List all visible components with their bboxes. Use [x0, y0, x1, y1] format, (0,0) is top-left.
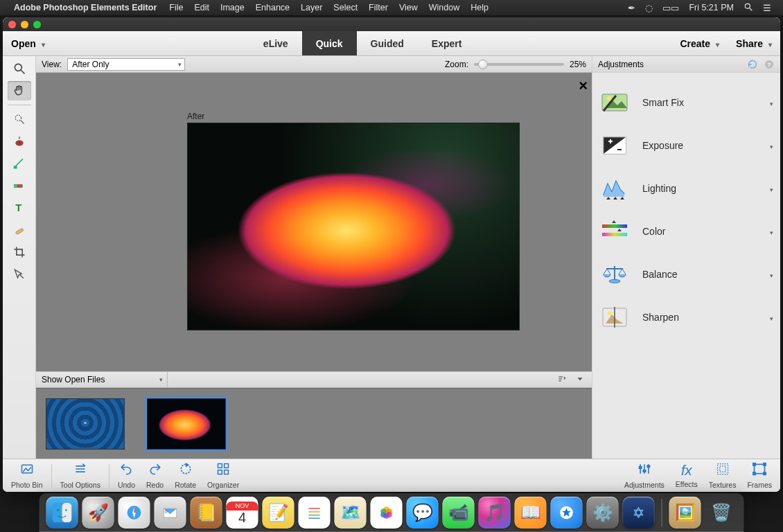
dock-photos[interactable]: [371, 497, 403, 529]
whiten-teeth-tool[interactable]: [8, 154, 31, 173]
dock-finder[interactable]: [46, 497, 78, 529]
svg-marker-37: [612, 220, 616, 223]
bin-sort-icon[interactable]: [557, 374, 567, 386]
tab-elive[interactable]: eLive: [249, 31, 302, 55]
sharpen-icon: [599, 305, 630, 330]
menu-select[interactable]: Select: [333, 3, 358, 12]
selection-brush-tool[interactable]: [8, 176, 31, 195]
dock-itunes[interactable]: 🎵: [479, 497, 511, 529]
zoom-tool[interactable]: [8, 59, 31, 78]
dock-separator: [662, 499, 662, 526]
dock-mail[interactable]: @: [155, 497, 186, 529]
dock-calendar[interactable]: NOV 4: [227, 497, 258, 529]
spot-healing-tool[interactable]: [8, 220, 31, 240]
canvas-image[interactable]: [187, 123, 520, 330]
window-minimize-button[interactable]: [21, 21, 28, 28]
dock-safari[interactable]: [118, 497, 150, 529]
dock-notes[interactable]: 📝: [263, 497, 294, 529]
clock[interactable]: Fri 5:21 PM: [689, 3, 734, 12]
adjustment-label: Color: [642, 226, 757, 237]
move-tool[interactable]: [8, 265, 31, 284]
bin-options-icon[interactable]: [575, 374, 585, 386]
adjustment-exposure[interactable]: Exposure: [592, 124, 780, 167]
svg-marker-19: [578, 378, 583, 380]
dock-messages[interactable]: 💬: [407, 497, 439, 529]
undo-button[interactable]: Undo: [112, 461, 141, 491]
effects-button[interactable]: fxEffects: [670, 461, 703, 491]
notification-center-icon[interactable]: ☰: [763, 3, 771, 13]
adjustment-color[interactable]: Color: [592, 210, 780, 253]
dock-photoshop-elements[interactable]: [623, 497, 655, 529]
bottom-toolbar: Photo Bin Tool Options Undo Redo Rotate …: [3, 459, 780, 492]
dock-trash[interactable]: 🗑️: [705, 497, 737, 529]
photo-bin-thumbnail[interactable]: [46, 398, 125, 450]
menu-enhance[interactable]: Enhance: [256, 3, 290, 12]
adjustment-lighting[interactable]: Lighting: [592, 167, 780, 210]
share-button[interactable]: Share: [728, 38, 780, 49]
adjustment-balance[interactable]: Balance: [592, 253, 780, 296]
displays-status-icon[interactable]: ▭▭: [662, 3, 679, 13]
hand-tool[interactable]: [8, 81, 31, 100]
close-document-button[interactable]: ×: [579, 77, 588, 95]
tab-guided[interactable]: Guided: [357, 31, 418, 55]
balance-icon: [599, 262, 630, 287]
svg-point-93: [380, 508, 386, 514]
photo-bin-thumbnail-selected[interactable]: [147, 398, 226, 450]
svg-point-0: [745, 3, 750, 8]
dock-ibooks[interactable]: 📖: [515, 497, 547, 529]
photo-bin-button[interactable]: Photo Bin: [6, 461, 49, 491]
zoom-slider[interactable]: [474, 63, 564, 66]
tab-expert[interactable]: Expert: [418, 31, 476, 55]
dock-reminders[interactable]: [299, 497, 331, 529]
photo-bin-filter-dropdown[interactable]: Show Open Files: [36, 372, 168, 387]
dock-facetime[interactable]: 📹: [443, 497, 475, 529]
dock-launchpad[interactable]: 🚀: [82, 497, 114, 529]
menu-file[interactable]: File: [169, 3, 183, 12]
menu-image[interactable]: Image: [220, 3, 245, 12]
dock-downloads[interactable]: 🖼️: [669, 497, 701, 529]
adjustment-smart-fix[interactable]: Smart Fix: [592, 81, 780, 124]
menu-filter[interactable]: Filter: [369, 3, 388, 12]
adjustment-sharpen[interactable]: Sharpen: [592, 296, 780, 339]
window-titlebar[interactable]: [3, 17, 780, 31]
app-name[interactable]: Adobe Photoshop Elements Editor: [14, 3, 157, 12]
svg-marker-40: [617, 229, 622, 231]
tool-options-button[interactable]: Tool Options: [55, 461, 106, 491]
spotlight-icon[interactable]: [744, 2, 753, 14]
organizer-button[interactable]: Organizer: [202, 461, 245, 491]
menu-window[interactable]: Window: [429, 3, 459, 12]
textures-button[interactable]: Textures: [703, 461, 742, 491]
dock-maps[interactable]: 🗺️: [335, 497, 367, 529]
type-tool[interactable]: T: [8, 198, 31, 218]
frames-button[interactable]: Frames: [741, 461, 777, 491]
chevron-down-icon: [768, 38, 772, 49]
create-button[interactable]: Create: [671, 38, 728, 49]
dock-appstore[interactable]: [551, 497, 583, 529]
window-zoom-button[interactable]: [33, 21, 41, 28]
zoom-slider-thumb[interactable]: [478, 60, 488, 69]
svg-rect-60: [225, 470, 229, 475]
menu-help[interactable]: Help: [470, 3, 489, 12]
menu-edit[interactable]: Edit: [194, 3, 209, 12]
window-close-button[interactable]: [8, 21, 16, 28]
redo-button[interactable]: Redo: [141, 461, 169, 491]
bb-label: Organizer: [207, 481, 239, 489]
view-mode-dropdown[interactable]: After Only: [67, 58, 185, 71]
menu-layer[interactable]: Layer: [301, 3, 322, 12]
red-eye-tool[interactable]: [8, 132, 31, 151]
photo-bin: [36, 388, 592, 459]
adjustments-tab-button[interactable]: Adjustments: [619, 461, 670, 491]
dock-system-preferences[interactable]: ⚙️: [587, 497, 619, 529]
lighting-icon: [599, 176, 630, 201]
help-icon[interactable]: ?: [764, 59, 775, 70]
dock-contacts[interactable]: 📒: [191, 497, 222, 529]
reset-adjustments-icon[interactable]: [747, 59, 758, 70]
tab-quick[interactable]: Quick: [302, 31, 357, 55]
crop-tool[interactable]: [8, 242, 31, 262]
pen-tablet-status-icon[interactable]: ✒︎: [628, 3, 635, 13]
quick-selection-tool[interactable]: [8, 109, 31, 129]
open-button[interactable]: Open: [3, 31, 53, 55]
menu-view[interactable]: View: [399, 3, 418, 12]
creative-cloud-status-icon[interactable]: ◌: [645, 3, 653, 13]
rotate-button[interactable]: Rotate: [169, 461, 202, 491]
